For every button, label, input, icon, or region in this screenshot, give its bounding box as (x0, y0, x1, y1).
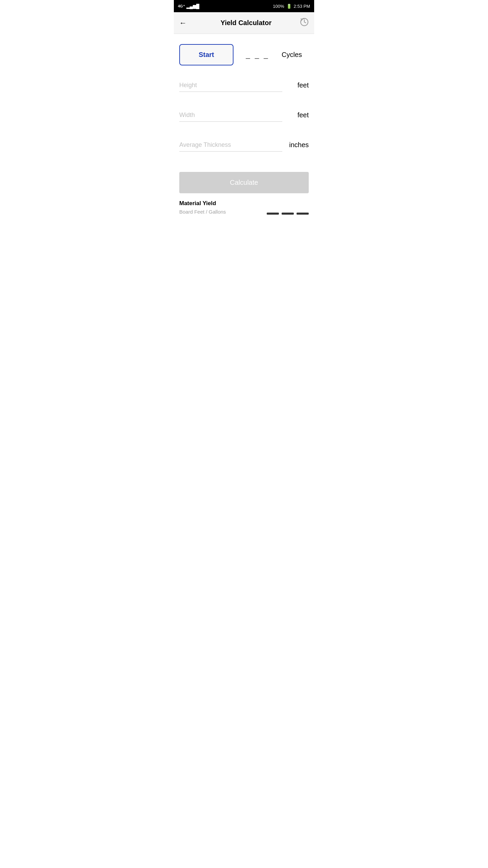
thickness-input[interactable] (179, 139, 282, 152)
battery-icon: 🔋 (286, 4, 292, 9)
start-cycles-row: Start _ _ _ Cycles (179, 44, 309, 65)
main-content: Start _ _ _ Cycles feet feet inches Calc… (174, 34, 314, 230)
material-yield-title: Material Yield (179, 200, 309, 207)
thickness-input-row: inches (179, 139, 309, 152)
material-yield-section: Material Yield Board Feet / Gallons (179, 200, 309, 223)
page-title: Yield Calculator (192, 19, 300, 27)
cycles-label: Cycles (282, 51, 309, 59)
thickness-unit: inches (285, 141, 309, 152)
material-yield-subtitle: Board Feet / Gallons (179, 209, 226, 215)
back-button[interactable]: ← (179, 19, 187, 27)
width-input-wrapper (179, 109, 282, 122)
dash-3 (297, 213, 309, 215)
height-input-wrapper (179, 79, 282, 92)
thickness-input-wrapper (179, 139, 282, 152)
width-unit: feet (285, 111, 309, 122)
cycles-separator: _ _ _ (233, 51, 282, 59)
height-input[interactable] (179, 79, 282, 92)
material-yield-dashes (267, 213, 309, 215)
height-unit: feet (285, 81, 309, 92)
width-input[interactable] (179, 109, 282, 122)
status-bar: 4G⁺ ▂▄▆█ 100% 🔋 2:53 PM (174, 0, 314, 12)
app-header: ← Yield Calculator (174, 12, 314, 34)
width-input-row: feet (179, 109, 309, 122)
dash-2 (282, 213, 294, 215)
time-display: 2:53 PM (294, 4, 310, 9)
battery-percent: 100% (273, 4, 284, 9)
calculate-button[interactable]: Calculate (179, 172, 309, 193)
dash-1 (267, 213, 279, 215)
height-input-row: feet (179, 79, 309, 92)
history-button[interactable] (300, 18, 309, 28)
start-button[interactable]: Start (179, 44, 233, 65)
signal-icon: ▂▄▆█ (186, 4, 199, 9)
network-indicator: 4G⁺ (178, 4, 185, 8)
